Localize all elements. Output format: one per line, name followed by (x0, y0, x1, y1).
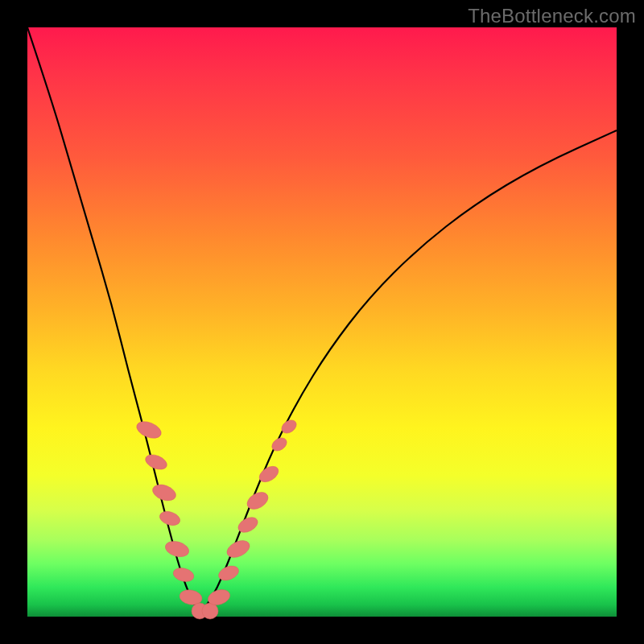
curve-right-branch (200, 130, 617, 613)
bead-marker (225, 537, 253, 560)
watermark-text: TheBottleneck.com (468, 5, 636, 27)
chart-overlay (27, 27, 617, 617)
chart-frame: TheBottleneck.com (0, 0, 644, 644)
bead-marker (158, 509, 182, 527)
bead-marker (171, 566, 195, 584)
bead-marker (143, 452, 169, 472)
bead-marker (163, 539, 191, 559)
bead-marker (202, 603, 218, 619)
bead-marker (151, 481, 178, 503)
curve-left-branch (27, 27, 200, 613)
bead-marker (134, 419, 163, 442)
